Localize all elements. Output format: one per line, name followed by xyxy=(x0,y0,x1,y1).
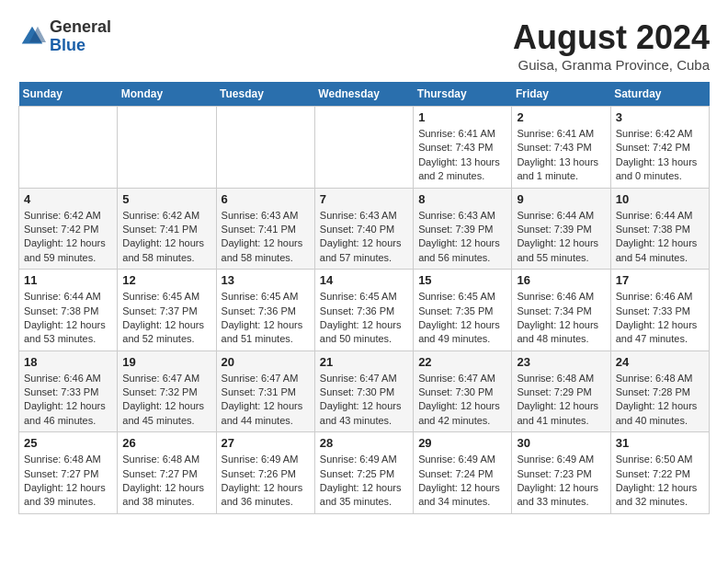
day-info: Sunrise: 6:43 AM Sunset: 7:41 PM Dayligh… xyxy=(222,209,310,266)
table-row: 1Sunrise: 6:41 AM Sunset: 7:43 PM Daylig… xyxy=(414,107,512,189)
table-row: 5Sunrise: 6:42 AM Sunset: 7:41 PM Daylig… xyxy=(118,188,216,270)
day-info: Sunrise: 6:49 AM Sunset: 7:26 PM Dayligh… xyxy=(222,453,310,510)
day-info: Sunrise: 6:42 AM Sunset: 7:42 PM Dayligh… xyxy=(616,127,704,184)
day-info: Sunrise: 6:47 AM Sunset: 7:31 PM Dayligh… xyxy=(222,372,310,429)
table-row: 10Sunrise: 6:44 AM Sunset: 7:38 PM Dayli… xyxy=(610,188,709,270)
table-row: 23Sunrise: 6:48 AM Sunset: 7:29 PM Dayli… xyxy=(512,350,610,432)
day-info: Sunrise: 6:47 AM Sunset: 7:32 PM Dayligh… xyxy=(122,372,210,429)
table-row: 21Sunrise: 6:47 AM Sunset: 7:30 PM Dayli… xyxy=(314,350,413,432)
calendar-row: 25Sunrise: 6:48 AM Sunset: 7:27 PM Dayli… xyxy=(19,432,710,514)
day-number: 2 xyxy=(517,110,605,124)
day-number: 8 xyxy=(418,192,506,206)
table-row xyxy=(118,107,216,189)
title-area: August 2024 Guisa, Granma Province, Cuba xyxy=(513,18,710,73)
day-info: Sunrise: 6:44 AM Sunset: 7:39 PM Dayligh… xyxy=(517,209,605,266)
day-number: 6 xyxy=(222,192,310,206)
table-row: 17Sunrise: 6:46 AM Sunset: 7:33 PM Dayli… xyxy=(610,270,709,351)
table-row: 31Sunrise: 6:50 AM Sunset: 7:22 PM Dayli… xyxy=(610,432,709,514)
table-row: 20Sunrise: 6:47 AM Sunset: 7:31 PM Dayli… xyxy=(216,350,314,432)
day-info: Sunrise: 6:48 AM Sunset: 7:27 PM Dayligh… xyxy=(122,453,210,510)
calendar-row: 11Sunrise: 6:44 AM Sunset: 7:38 PM Dayli… xyxy=(19,270,710,351)
table-row: 16Sunrise: 6:46 AM Sunset: 7:34 PM Dayli… xyxy=(512,270,610,351)
day-number: 29 xyxy=(418,436,506,450)
table-row: 19Sunrise: 6:47 AM Sunset: 7:32 PM Dayli… xyxy=(118,350,216,432)
day-number: 3 xyxy=(616,110,704,124)
page-header: General Blue August 2024 Guisa, Granma P… xyxy=(18,18,710,73)
col-monday: Monday xyxy=(118,82,216,107)
table-row: 3Sunrise: 6:42 AM Sunset: 7:42 PM Daylig… xyxy=(610,107,709,189)
day-number: 7 xyxy=(320,192,408,206)
calendar-row: 18Sunrise: 6:46 AM Sunset: 7:33 PM Dayli… xyxy=(19,350,710,432)
day-info: Sunrise: 6:43 AM Sunset: 7:40 PM Dayligh… xyxy=(320,209,408,266)
table-row xyxy=(314,107,413,189)
day-info: Sunrise: 6:45 AM Sunset: 7:35 PM Dayligh… xyxy=(418,290,506,347)
col-thursday: Thursday xyxy=(414,82,512,107)
day-number: 15 xyxy=(418,273,506,287)
day-number: 18 xyxy=(24,355,112,369)
logo-general: General xyxy=(50,18,111,37)
col-wednesday: Wednesday xyxy=(314,82,413,107)
day-number: 12 xyxy=(122,273,210,287)
table-row: 28Sunrise: 6:49 AM Sunset: 7:25 PM Dayli… xyxy=(314,432,413,514)
table-row: 6Sunrise: 6:43 AM Sunset: 7:41 PM Daylig… xyxy=(216,188,314,270)
location-subtitle: Guisa, Granma Province, Cuba xyxy=(513,57,710,73)
logo-text: General Blue xyxy=(50,18,111,55)
day-info: Sunrise: 6:50 AM Sunset: 7:22 PM Dayligh… xyxy=(616,453,704,510)
table-row: 4Sunrise: 6:42 AM Sunset: 7:42 PM Daylig… xyxy=(19,188,118,270)
day-number: 26 xyxy=(122,436,210,450)
logo-blue: Blue xyxy=(50,37,111,55)
table-row: 12Sunrise: 6:45 AM Sunset: 7:37 PM Dayli… xyxy=(118,270,216,351)
table-row: 30Sunrise: 6:49 AM Sunset: 7:23 PM Dayli… xyxy=(512,432,610,514)
calendar-row: 1Sunrise: 6:41 AM Sunset: 7:43 PM Daylig… xyxy=(19,107,710,189)
day-number: 4 xyxy=(24,192,112,206)
day-number: 28 xyxy=(320,436,408,450)
table-row: 2Sunrise: 6:41 AM Sunset: 7:43 PM Daylig… xyxy=(512,107,610,189)
table-row xyxy=(19,107,118,189)
calendar-table: Sunday Monday Tuesday Wednesday Thursday… xyxy=(18,82,710,514)
logo: General Blue xyxy=(18,18,111,55)
table-row: 29Sunrise: 6:49 AM Sunset: 7:24 PM Dayli… xyxy=(414,432,512,514)
table-row xyxy=(216,107,314,189)
day-number: 1 xyxy=(418,110,506,124)
table-row: 14Sunrise: 6:45 AM Sunset: 7:36 PM Dayli… xyxy=(314,270,413,351)
day-info: Sunrise: 6:47 AM Sunset: 7:30 PM Dayligh… xyxy=(320,372,408,429)
day-number: 10 xyxy=(616,192,704,206)
day-number: 27 xyxy=(222,436,310,450)
day-number: 21 xyxy=(320,355,408,369)
table-row: 24Sunrise: 6:48 AM Sunset: 7:28 PM Dayli… xyxy=(610,350,709,432)
header-row: Sunday Monday Tuesday Wednesday Thursday… xyxy=(19,82,710,107)
day-info: Sunrise: 6:45 AM Sunset: 7:36 PM Dayligh… xyxy=(320,290,408,347)
day-number: 17 xyxy=(616,273,704,287)
day-info: Sunrise: 6:48 AM Sunset: 7:27 PM Dayligh… xyxy=(24,453,112,510)
day-number: 31 xyxy=(616,436,704,450)
day-info: Sunrise: 6:41 AM Sunset: 7:43 PM Dayligh… xyxy=(418,127,506,184)
day-info: Sunrise: 6:45 AM Sunset: 7:37 PM Dayligh… xyxy=(122,290,210,347)
table-row: 15Sunrise: 6:45 AM Sunset: 7:35 PM Dayli… xyxy=(414,270,512,351)
col-tuesday: Tuesday xyxy=(216,82,314,107)
day-number: 14 xyxy=(320,273,408,287)
day-number: 16 xyxy=(517,273,605,287)
day-number: 25 xyxy=(24,436,112,450)
calendar-row: 4Sunrise: 6:42 AM Sunset: 7:42 PM Daylig… xyxy=(19,188,710,270)
day-info: Sunrise: 6:44 AM Sunset: 7:38 PM Dayligh… xyxy=(24,290,112,347)
day-number: 30 xyxy=(517,436,605,450)
day-number: 24 xyxy=(616,355,704,369)
day-info: Sunrise: 6:48 AM Sunset: 7:28 PM Dayligh… xyxy=(616,372,704,429)
day-number: 9 xyxy=(517,192,605,206)
table-row: 22Sunrise: 6:47 AM Sunset: 7:30 PM Dayli… xyxy=(414,350,512,432)
day-info: Sunrise: 6:45 AM Sunset: 7:36 PM Dayligh… xyxy=(222,290,310,347)
day-number: 23 xyxy=(517,355,605,369)
table-row: 18Sunrise: 6:46 AM Sunset: 7:33 PM Dayli… xyxy=(19,350,118,432)
month-title: August 2024 xyxy=(513,18,710,57)
table-row: 25Sunrise: 6:48 AM Sunset: 7:27 PM Dayli… xyxy=(19,432,118,514)
day-info: Sunrise: 6:46 AM Sunset: 7:33 PM Dayligh… xyxy=(616,290,704,347)
day-info: Sunrise: 6:47 AM Sunset: 7:30 PM Dayligh… xyxy=(418,372,506,429)
day-number: 22 xyxy=(418,355,506,369)
day-info: Sunrise: 6:49 AM Sunset: 7:24 PM Dayligh… xyxy=(418,453,506,510)
day-number: 20 xyxy=(222,355,310,369)
table-row: 9Sunrise: 6:44 AM Sunset: 7:39 PM Daylig… xyxy=(512,188,610,270)
day-info: Sunrise: 6:42 AM Sunset: 7:41 PM Dayligh… xyxy=(122,209,210,266)
day-info: Sunrise: 6:41 AM Sunset: 7:43 PM Dayligh… xyxy=(517,127,605,184)
day-info: Sunrise: 6:49 AM Sunset: 7:23 PM Dayligh… xyxy=(517,453,605,510)
table-row: 8Sunrise: 6:43 AM Sunset: 7:39 PM Daylig… xyxy=(414,188,512,270)
